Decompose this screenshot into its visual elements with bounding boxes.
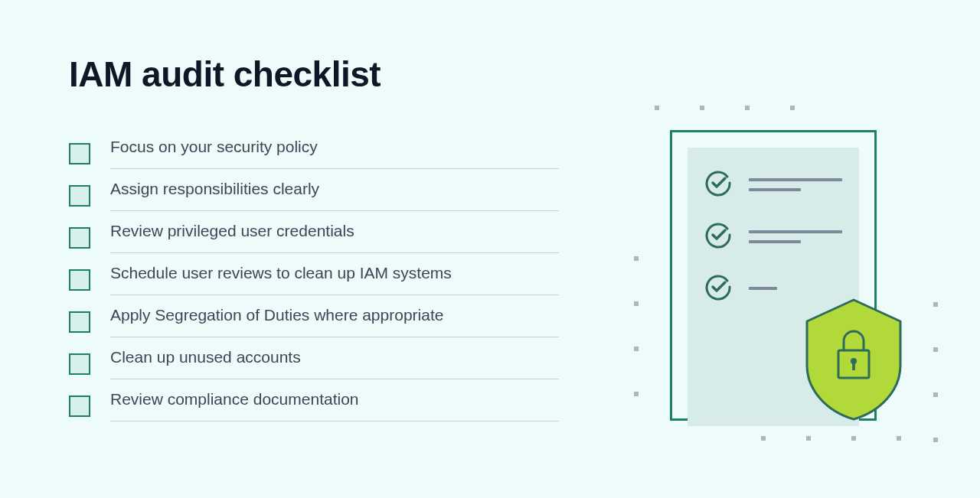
- checklist-item-label: Schedule user reviews to clean up IAM sy…: [110, 264, 452, 282]
- decorative-dots-icon: [933, 302, 938, 483]
- decorative-dots-icon: [761, 430, 942, 444]
- checklist-item-label-wrap: Clean up unused accounts: [110, 348, 559, 379]
- checklist-item-label: Apply Segregation of Duties where approp…: [110, 306, 443, 324]
- page-container: IAM audit checklist Focus on your securi…: [0, 0, 980, 463]
- document-row: [688, 252, 859, 304]
- svg-rect-2: [852, 362, 855, 370]
- checklist-item-label-wrap: Review compliance documentation: [110, 390, 559, 422]
- checkmark-circle-icon: [704, 221, 732, 252]
- page-title: IAM audit checklist: [69, 54, 559, 95]
- document-row: [688, 200, 859, 252]
- checklist-item: Schedule user reviews to clean up IAM sy…: [69, 264, 559, 295]
- checkmark-circle-icon: [704, 273, 732, 304]
- checkbox-icon[interactable]: [69, 185, 90, 207]
- decorative-dots-icon: [655, 99, 795, 113]
- document-text-lines-icon: [749, 178, 842, 191]
- checklist: Focus on your security policy Assign res…: [69, 138, 559, 422]
- checkbox-icon[interactable]: [69, 395, 90, 417]
- shield-lock-icon: [804, 298, 903, 421]
- checklist-item: Apply Segregation of Duties where approp…: [69, 306, 559, 337]
- checkbox-icon[interactable]: [69, 311, 90, 333]
- checklist-item-label: Focus on your security policy: [110, 138, 318, 155]
- checklist-item-label: Assign responsibilities clearly: [110, 180, 319, 197]
- checklist-panel: IAM audit checklist Focus on your securi…: [69, 54, 559, 432]
- checkbox-icon[interactable]: [69, 143, 90, 164]
- illustration-panel: [559, 54, 911, 432]
- checklist-item-label: Review compliance documentation: [110, 390, 359, 408]
- checkbox-icon[interactable]: [69, 227, 90, 249]
- checkmark-circle-icon: [704, 169, 732, 200]
- checklist-item-label: Clean up unused accounts: [110, 348, 301, 366]
- document-text-lines-icon: [749, 287, 842, 290]
- checklist-item-label-wrap: Assign responsibilities clearly: [110, 180, 559, 211]
- checklist-item: Clean up unused accounts: [69, 348, 559, 379]
- checkbox-icon[interactable]: [69, 269, 90, 291]
- checklist-item: Review compliance documentation: [69, 390, 559, 422]
- checkbox-icon[interactable]: [69, 353, 90, 375]
- decorative-dots-icon: [634, 256, 639, 437]
- checklist-item-label-wrap: Schedule user reviews to clean up IAM sy…: [110, 264, 559, 295]
- document-row: [688, 148, 859, 200]
- checklist-item-label: Review privileged user credentials: [110, 222, 354, 239]
- checklist-item-label-wrap: Focus on your security policy: [110, 138, 559, 169]
- checklist-item: Review privileged user credentials: [69, 222, 559, 253]
- checklist-item: Focus on your security policy: [69, 138, 559, 169]
- checklist-item-label-wrap: Review privileged user credentials: [110, 222, 559, 253]
- document-text-lines-icon: [749, 230, 842, 243]
- checklist-item: Assign responsibilities clearly: [69, 180, 559, 211]
- checklist-item-label-wrap: Apply Segregation of Duties where approp…: [110, 306, 559, 337]
